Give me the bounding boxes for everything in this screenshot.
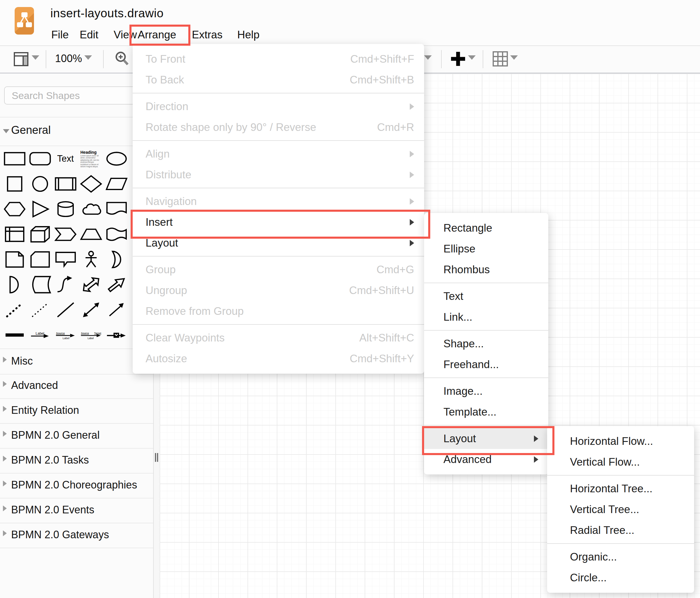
shape-arrow-source-label-target-icon[interactable]: SourceLabelTarget [79, 323, 103, 347]
shape-arrow-shape-icon[interactable] [104, 273, 129, 297]
menu-item-rectangle[interactable]: Rectangle [424, 218, 548, 239]
search-shapes-input[interactable] [4, 86, 136, 104]
menu-item-circle[interactable]: Circle... [547, 567, 694, 588]
menu-item-template[interactable]: Template... [424, 401, 548, 422]
shape-directional-arrow-icon[interactable] [104, 298, 129, 322]
layout-submenu: Horizontal Flow...Vertical Flow...Horizo… [547, 426, 694, 593]
menubar-item-arrange[interactable]: Arrange [138, 26, 176, 43]
shape-dashed-line-icon[interactable] [28, 298, 52, 322]
shape-diamond-icon[interactable] [79, 172, 103, 196]
shape-tape-icon[interactable] [104, 222, 129, 246]
shape-hexagon-icon[interactable] [2, 197, 27, 221]
menu-item-shape[interactable]: Shape... [424, 333, 548, 354]
shape-line-icon[interactable] [53, 298, 78, 322]
sidebar-section-advanced[interactable]: Advanced [0, 373, 153, 399]
menu-item-layout[interactable]: Layout [424, 428, 548, 449]
shape-heading-icon[interactable]: HeadingLorem ipsum dolor sit amet, conse… [79, 147, 103, 171]
panels-caret-icon[interactable] [32, 55, 39, 60]
menu-item-vertical-tree[interactable]: Vertical Tree... [547, 499, 694, 520]
sidebar-section-bpmn-2-0-tasks[interactable]: BPMN 2.0 Tasks [0, 448, 153, 474]
sidebar-section-misc[interactable]: Misc [0, 348, 153, 375]
table-grid-icon[interactable] [492, 51, 508, 67]
shape-triangle-icon[interactable] [28, 197, 52, 221]
shape-data-storage-icon[interactable] [28, 273, 52, 297]
menu-item-label: Align [146, 148, 170, 160]
sidebar-section-bpmn-2-0-choreographies[interactable]: BPMN 2.0 Choreographies [0, 473, 153, 498]
menu-item-ellipse[interactable]: Ellipse [424, 239, 548, 259]
shape-bidirectional-arrow-icon[interactable] [79, 273, 103, 297]
shape-palette: TextHeadingLorem ipsum dolor sit amet, c… [2, 146, 131, 348]
zoom-caret-icon[interactable] [84, 55, 92, 60]
shape-step-icon[interactable] [53, 222, 78, 246]
menu-item-shortcut: Alt+Shift+C [359, 332, 414, 344]
menu-item-text[interactable]: Text [424, 286, 548, 307]
shape-ellipse-icon[interactable] [104, 147, 129, 171]
shapes-sidebar: General TextHeadingLorem ipsum dolor sit… [0, 74, 154, 598]
menu-item-advanced[interactable]: Advanced [424, 449, 548, 470]
format-panels-icon[interactable] [14, 51, 29, 67]
menu-item-horizontal-tree[interactable]: Horizontal Tree... [547, 478, 694, 499]
sidebar-section-entity-relation[interactable]: Entity Relation [0, 398, 153, 424]
table-caret-icon[interactable] [510, 55, 518, 60]
insert-plus-icon[interactable] [449, 50, 467, 68]
menu-divider [133, 93, 424, 94]
menubar-item-edit[interactable]: Edit [80, 26, 98, 43]
menu-item-layout[interactable]: Layout [133, 232, 424, 253]
chevron-right-icon [3, 357, 7, 363]
menu-item-shortcut: Cmd+Shift+Y [350, 353, 414, 365]
shape-document-icon[interactable] [104, 197, 129, 221]
shape-dotted-line-icon[interactable] [2, 298, 27, 322]
menu-item-freehand[interactable]: Freehand... [424, 354, 548, 375]
zoom-level[interactable]: 100% [55, 52, 82, 65]
shape-note-icon[interactable] [2, 247, 27, 272]
shape-cube-icon[interactable] [28, 222, 52, 246]
sidebar-section-bpmn-2-0-general[interactable]: BPMN 2.0 General [0, 423, 153, 449]
shape-card-icon[interactable] [28, 247, 52, 272]
shape-trapezoid-icon[interactable] [79, 222, 103, 246]
menubar-item-view[interactable]: View [114, 26, 137, 43]
sidebar-section-general[interactable]: General [0, 118, 153, 146]
shape-callout-icon[interactable] [53, 247, 78, 272]
zoom-in-icon[interactable] [114, 50, 130, 67]
menu-item-vertical-flow[interactable]: Vertical Flow... [547, 452, 694, 472]
menu-item-label: To Back [146, 74, 184, 86]
hidden-tool-caret-icon[interactable] [424, 55, 432, 60]
shape-curve-icon[interactable] [53, 273, 78, 297]
shape-rectangle-icon[interactable] [2, 147, 27, 171]
menu-divider [133, 256, 424, 256]
sidebar-section-bpmn-2-0-gateways[interactable]: BPMN 2.0 Gateways [0, 523, 153, 548]
shape-arrow-with-box-icon[interactable] [104, 323, 129, 347]
menu-item-horizontal-flow[interactable]: Horizontal Flow... [547, 431, 694, 452]
shape-square-icon[interactable] [2, 172, 27, 196]
menubar-item-extras[interactable]: Extras [192, 26, 223, 43]
menu-item-distribute: Distribute [133, 164, 424, 185]
shape-actor-icon[interactable] [79, 247, 103, 272]
shape-process-icon[interactable] [53, 172, 78, 196]
shape-cloud-icon[interactable] [79, 197, 103, 221]
shape-and-icon[interactable] [2, 273, 27, 297]
shape-arrow-source-label-icon[interactable]: SourceLabel [53, 323, 78, 347]
menu-item-clear-waypoints: Clear WaypointsAlt+Shift+C [133, 327, 424, 348]
menu-item-organic[interactable]: Organic... [547, 546, 694, 567]
menubar-item-help[interactable]: Help [237, 26, 259, 43]
menu-item-rhombus[interactable]: Rhombus [424, 259, 548, 280]
shape-link-icon[interactable] [2, 323, 27, 347]
sidebar-section-bpmn-2-0-events[interactable]: BPMN 2.0 Events [0, 498, 153, 523]
menu-item-label: Horizontal Flow... [570, 435, 653, 447]
insert-caret-icon[interactable] [468, 55, 476, 60]
menu-item-insert[interactable]: Insert [133, 212, 424, 232]
menu-item-link[interactable]: Link... [424, 307, 548, 327]
shape-arrow-with-label-icon[interactable]: Label [28, 323, 52, 347]
shape-internal-storage-icon[interactable] [2, 222, 27, 246]
shape-rounded-rectangle-icon[interactable] [28, 147, 52, 171]
shape-circle-icon[interactable] [28, 172, 52, 196]
shape-text-icon[interactable]: Text [53, 147, 78, 171]
shape-parallelogram-icon[interactable] [104, 172, 129, 196]
menu-item-radial-tree[interactable]: Radial Tree... [547, 520, 694, 541]
menu-item-image[interactable]: Image... [424, 381, 548, 401]
shape-double-arrow-icon[interactable] [79, 298, 103, 322]
heading-thumb-body: Lorem ipsum dolor sit amet, consectetur … [80, 155, 102, 168]
shape-or-icon[interactable] [104, 247, 129, 272]
shape-cylinder-icon[interactable] [53, 197, 78, 221]
menubar-item-file[interactable]: File [51, 26, 69, 43]
